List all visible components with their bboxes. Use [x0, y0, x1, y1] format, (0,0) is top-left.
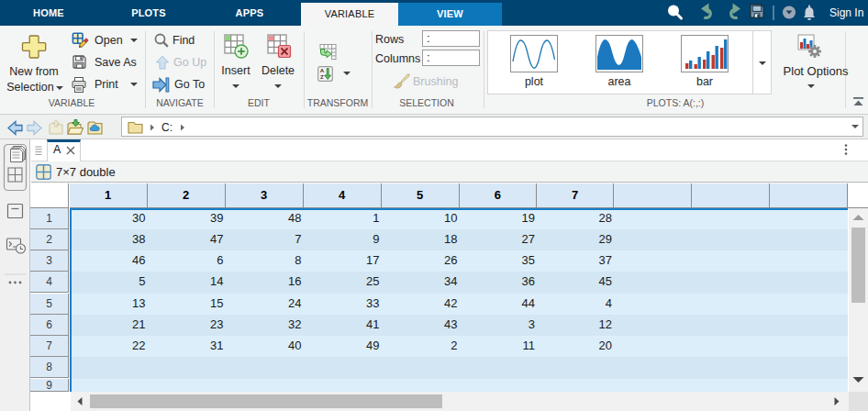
svg-text:C:: C:	[161, 121, 172, 134]
svg-text:Z: Z	[320, 73, 324, 80]
svg-text:A: A	[320, 67, 325, 73]
